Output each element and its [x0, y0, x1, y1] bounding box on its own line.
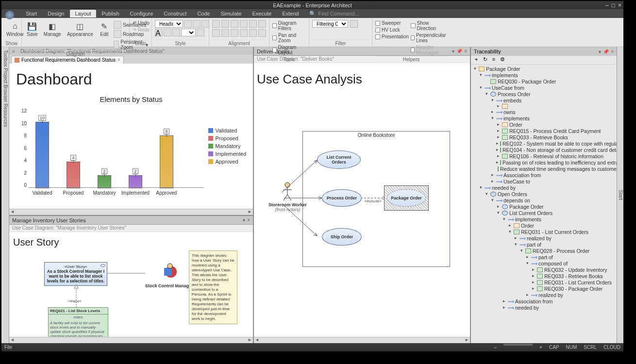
- presentation-option[interactable]: Presentation: [375, 33, 409, 40]
- zoom-out-icon[interactable]: –: [494, 345, 497, 350]
- menu-simulate[interactable]: Simulate: [216, 10, 247, 17]
- zoom-slider[interactable]: [503, 344, 533, 346]
- traceability-tree[interactable]: ▾Package Order▾⟶implements REQ030 - Pack…: [471, 65, 617, 343]
- trace-tool-options[interactable]: ⚙: [499, 56, 506, 63]
- align-bottom[interactable]: [258, 20, 266, 28]
- tree-node[interactable]: ▸Order: [471, 121, 617, 128]
- tree-node[interactable]: ▸⟶UseCase to: [471, 178, 617, 184]
- same-height[interactable]: [240, 29, 248, 37]
- font-tool[interactable]: A: [155, 29, 163, 36]
- left-tool-strip[interactable]: Toolbox Project Browser Resources: [1, 47, 9, 343]
- uc-list-current-orders[interactable]: List Current Orders: [317, 150, 361, 169]
- tree-node[interactable]: Reduce wasted time sending messages to c…: [471, 165, 617, 172]
- dashboard-diagram-pane[interactable]: Dashboard Elements by Status 121086420 1…: [9, 64, 253, 209]
- align-left[interactable]: [212, 20, 220, 28]
- menu-design[interactable]: Design: [43, 10, 69, 17]
- line-style-tool[interactable]: [197, 29, 204, 36]
- inventory-pane-header[interactable]: Manage Inventory User Stories▾×: [9, 216, 253, 225]
- tree-node[interactable]: ▸⟶realized by: [471, 235, 617, 241]
- user-story-diagram-pane[interactable]: User Story «User Story» As a Stock Contr…: [9, 232, 253, 337]
- persona-actor[interactable]: Stock Control Manager: [145, 261, 193, 288]
- same-width[interactable]: [231, 29, 238, 37]
- tab-close-icon[interactable]: ×: [117, 57, 120, 63]
- uc-process-order[interactable]: Process Order: [322, 189, 362, 207]
- right-tool-strip[interactable]: Start: [617, 47, 623, 343]
- pane-dropdown-icon[interactable]: ▾: [452, 49, 454, 54]
- space-h[interactable]: [212, 29, 220, 37]
- undo-button[interactable]: ↶ Undo: [133, 20, 150, 26]
- distribute[interactable]: [258, 29, 266, 37]
- diagram-layout-option[interactable]: Diagram Layout: [272, 44, 306, 56]
- show-direction-option[interactable]: Show Direction: [411, 20, 447, 32]
- tree-node[interactable]: ▾⟶implements: [471, 216, 617, 222]
- tree-node[interactable]: ▸REQ104 - Non storage of customer credit…: [471, 147, 617, 153]
- use-case-diagram-pane[interactable]: Use Case Analysis Storeroom Worker (from…: [254, 63, 470, 337]
- style-tool-2[interactable]: [193, 20, 201, 28]
- line-tool[interactable]: [172, 29, 180, 36]
- dashboard-hscroll[interactable]: [9, 209, 253, 215]
- trace-tool-refresh[interactable]: ↻: [482, 56, 488, 63]
- menu-configure[interactable]: Configure: [125, 10, 158, 17]
- menu-start[interactable]: Start: [21, 10, 42, 17]
- traceability-header[interactable]: Traceability▾📌×: [471, 47, 617, 56]
- pan-zoom-option[interactable]: Pan and Zoom: [272, 32, 306, 44]
- tree-node[interactable]: ▾⟶implements: [471, 72, 617, 78]
- reorder-option[interactable]: Reorder Messages: [411, 44, 447, 56]
- tree-node[interactable]: ▸⟶Association from: [471, 172, 617, 178]
- tree-node[interactable]: ▸REQ031 - List Current Orders: [471, 279, 617, 285]
- fill-tool[interactable]: [164, 29, 171, 36]
- menu-code[interactable]: Code: [192, 10, 215, 17]
- pane-close-icon[interactable]: ×: [247, 217, 250, 223]
- save-button[interactable]: 💾Save: [25, 20, 40, 38]
- pane-pin-icon[interactable]: 📌: [456, 49, 462, 54]
- tree-node[interactable]: ▸REQ015 - Process Credit Card Payment: [471, 128, 617, 134]
- hvlock-option[interactable]: HV Lock: [375, 27, 409, 33]
- uc-package-order[interactable]: Package Order: [387, 189, 426, 207]
- tree-node[interactable]: ▾⟶depends on: [471, 197, 617, 203]
- inventory-hscroll[interactable]: [9, 337, 253, 343]
- tree-node[interactable]: ▾REQ031 - List Current Orders: [471, 229, 617, 235]
- line-width-select[interactable]: 1: [181, 29, 196, 36]
- filter-select[interactable]: Filtering Off: [312, 20, 348, 28]
- filter-action[interactable]: [350, 20, 358, 28]
- perpendicular-option[interactable]: Perpendicular Lines: [411, 32, 447, 44]
- minimize-button[interactable]: –: [605, 2, 609, 9]
- explanation-note[interactable]: This diagram shows how a User Story can …: [189, 250, 237, 324]
- same-size[interactable]: [249, 29, 257, 37]
- tree-node[interactable]: ▸REQ032 - Update Inventory: [471, 266, 617, 273]
- tree-node[interactable]: REQ030 - Package Order: [471, 78, 617, 84]
- tree-node[interactable]: ▸⟶part of: [471, 254, 617, 260]
- uc-ship-order[interactable]: Ship Order: [322, 228, 362, 246]
- pane-close-icon[interactable]: ×: [464, 49, 467, 54]
- tree-node[interactable]: ▾⟶composed of: [471, 260, 617, 266]
- space-v[interactable]: [221, 29, 229, 37]
- tree-node[interactable]: ▾Process Order: [471, 91, 617, 97]
- align-center-h[interactable]: [221, 20, 229, 28]
- tree-node[interactable]: ▸⟶Association from: [471, 298, 617, 304]
- pane-dropdown-icon[interactable]: ▾: [243, 217, 245, 223]
- tree-node[interactable]: ▸⟶owns: [471, 109, 617, 115]
- tree-node[interactable]: ▸REQ106 - Retrieval of historic informat…: [471, 153, 617, 159]
- trace-tool-locate[interactable]: ⌖: [473, 56, 480, 63]
- manage-button[interactable]: ◧Manage: [42, 20, 63, 38]
- menu-extend[interactable]: Extend: [277, 10, 303, 17]
- tree-node[interactable]: ▸: [471, 103, 617, 109]
- style-tool-1[interactable]: [184, 20, 192, 28]
- zoom-in-icon[interactable]: +: [539, 345, 542, 350]
- edit-button[interactable]: ✎Edit: [97, 20, 112, 38]
- align-middle[interactable]: [249, 20, 257, 28]
- tree-node[interactable]: ▸Package Order: [471, 203, 617, 210]
- tree-node[interactable]: ▸REQ033 - Retrieve Books: [471, 273, 617, 279]
- tree-node[interactable]: ▾Package Order: [471, 66, 617, 72]
- tree-node[interactable]: ▾⟶needed by: [471, 184, 617, 191]
- storeroom-worker-actor[interactable]: Storeroom Worker (from Actors): [268, 182, 307, 212]
- tree-node[interactable]: ▸Order: [471, 222, 617, 229]
- menu-construct[interactable]: Construct: [159, 10, 191, 17]
- maximize-button[interactable]: □: [612, 2, 615, 9]
- tree-node[interactable]: ▸REQ102 - System must be able to cope wi…: [471, 140, 617, 147]
- redo-button[interactable]: ↷ Redo: [133, 27, 150, 33]
- pane-pin-icon[interactable]: 📌: [603, 49, 609, 54]
- menu-publish[interactable]: Publish: [97, 10, 124, 17]
- close-button[interactable]: ×: [618, 2, 621, 9]
- tree-node[interactable]: ▸Passing on of roles leading to ineffici…: [471, 159, 617, 165]
